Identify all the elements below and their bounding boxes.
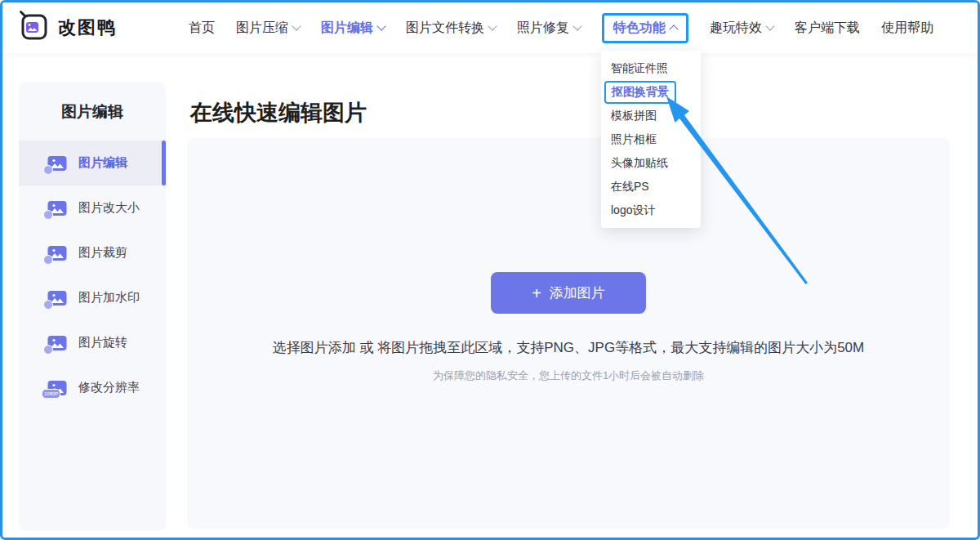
logo-icon	[19, 10, 50, 46]
top-navbar: 改图鸭 首页 图片压缩 图片编辑 图片文件转换 照片修复	[2, 2, 978, 53]
rotate-badge-icon	[43, 345, 53, 355]
sidebar-item-image-crop[interactable]: 图片裁剪	[19, 230, 166, 275]
nav-item-fun-effects[interactable]: 趣玩特效	[710, 20, 773, 37]
nav-item-photo-repair[interactable]: 照片修复	[517, 20, 581, 37]
sidebar-title: 图片编辑	[19, 82, 166, 123]
resize-badge-icon	[43, 210, 53, 220]
sidebar: 图片编辑 图片编辑 图片改大小	[19, 82, 166, 531]
highlight-box: 抠图换背景	[604, 81, 676, 104]
chevron-down-icon	[292, 21, 301, 30]
main-nav: 首页 图片压缩 图片编辑 图片文件转换 照片修复 特色功能	[189, 13, 933, 43]
page: 改图鸭 首页 图片压缩 图片编辑 图片文件转换 照片修复	[0, 0, 980, 540]
nav-item-image-compress[interactable]: 图片压缩	[236, 20, 300, 37]
upload-hint-text: 选择图片添加 或 将图片拖拽至此区域，支持PNG、JPG等格式，最大支持编辑的图…	[187, 338, 950, 357]
menu-item-online-ps[interactable]: 在线PS	[601, 175, 701, 199]
image-crop-icon	[47, 244, 68, 262]
pencil-badge-icon	[43, 165, 53, 175]
menu-item-cutout-change-background[interactable]: 抠图换背景	[601, 80, 701, 104]
menu-item-photo-frame[interactable]: 照片相框	[601, 127, 701, 151]
image-rotate-icon	[47, 334, 68, 352]
image-resolution-icon: 1080P	[47, 379, 68, 397]
privacy-note-text: 为保障您的隐私安全，您上传的文件1小时后会被自动删除	[187, 368, 950, 383]
nav-item-client-download[interactable]: 客户端下载	[795, 20, 860, 37]
featured-functions-dropdown: 智能证件照 抠图换背景 模板拼图 照片相框 头像加贴纸 在线PS logo设计	[601, 51, 701, 228]
chevron-up-icon	[669, 25, 678, 33]
logo-text: 改图鸭	[58, 16, 117, 40]
image-watermark-icon	[47, 289, 68, 307]
sidebar-items: 图片编辑 图片改大小 图片裁剪	[19, 141, 166, 410]
sidebar-item-image-edit[interactable]: 图片编辑	[19, 141, 166, 185]
upload-dropzone[interactable]: + 添加图片 选择图片添加 或 将图片拖拽至此区域，支持PNG、JPG等格式，最…	[187, 138, 950, 529]
watermark-badge-icon	[43, 300, 53, 310]
page-title: 在线快速编辑图片	[190, 98, 367, 127]
chevron-down-icon	[376, 21, 385, 30]
menu-item-avatar-sticker[interactable]: 头像加贴纸	[601, 151, 701, 175]
image-resize-icon	[47, 199, 68, 217]
nav-item-home[interactable]: 首页	[189, 20, 215, 37]
sidebar-item-change-resolution[interactable]: 1080P 修改分辨率	[19, 365, 166, 410]
sidebar-item-image-rotate[interactable]: 图片旋转	[19, 320, 166, 365]
menu-item-template-collage[interactable]: 模板拼图	[601, 104, 701, 127]
plus-icon: +	[532, 285, 541, 301]
chevron-down-icon	[765, 21, 774, 30]
chevron-down-icon	[488, 21, 497, 30]
sidebar-item-image-resize[interactable]: 图片改大小	[19, 185, 166, 230]
menu-item-logo-design[interactable]: logo设计	[601, 199, 701, 222]
sidebar-item-image-watermark[interactable]: 图片加水印	[19, 275, 166, 320]
nav-item-featured-functions[interactable]: 特色功能	[602, 13, 688, 43]
add-image-button[interactable]: + 添加图片	[491, 272, 646, 314]
crop-badge-icon	[43, 255, 53, 265]
logo[interactable]: 改图鸭	[19, 10, 117, 46]
nav-item-help[interactable]: 使用帮助	[881, 20, 933, 37]
nav-item-image-file-convert[interactable]: 图片文件转换	[406, 20, 496, 37]
nav-item-image-edit[interactable]: 图片编辑	[321, 20, 385, 37]
image-edit-icon	[47, 154, 68, 172]
chevron-down-icon	[572, 21, 581, 30]
resolution-badge: 1080P	[42, 389, 60, 399]
menu-item-smart-id-photo[interactable]: 智能证件照	[601, 56, 701, 80]
active-indicator	[162, 141, 166, 185]
